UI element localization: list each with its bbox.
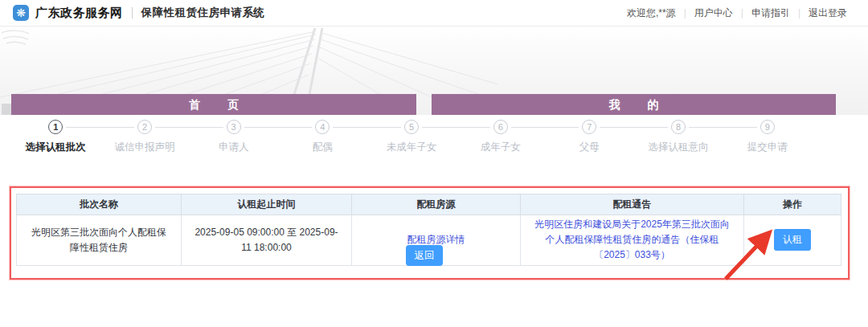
step-7-parents: 7 父母 xyxy=(545,120,634,154)
step-3-applicant: 3 申请人 xyxy=(189,120,278,154)
step-3-label: 申请人 xyxy=(189,141,278,154)
step-8-circle: 8 xyxy=(671,120,686,134)
step-1-select-batch: 1 选择认租批次 xyxy=(11,120,100,154)
step-2-circle: 2 xyxy=(137,120,152,134)
notice-link[interactable]: 光明区住房和建设局关于2025年第三批次面向个人配租保障性租赁住房的通告（住保租… xyxy=(534,219,730,260)
step-7-label: 父母 xyxy=(545,141,634,154)
step-6-circle: 6 xyxy=(493,120,508,134)
welcome-user: 欢迎您,**源 xyxy=(619,6,684,20)
cell-batch-name: 光明区第三批次面向个人配租保障性租赁住房 xyxy=(17,215,182,266)
step-4-circle: 4 xyxy=(315,120,330,134)
cell-action: 认租 xyxy=(744,215,841,266)
step-5-circle: 5 xyxy=(404,120,419,134)
house-detail-link[interactable]: 配租房源详情 xyxy=(407,234,465,245)
back-button[interactable]: 返回 xyxy=(406,245,443,266)
site-brand: 广东政务服务网 xyxy=(35,6,123,21)
cell-time-range: 2025-09-05 09:00:00 至 2025-09-11 18:00:0… xyxy=(182,215,352,266)
apply-guide-link[interactable]: 申请指引 xyxy=(743,6,798,20)
user-center-link[interactable]: 用户中心 xyxy=(686,6,741,20)
col-batch-name: 批次名称 xyxy=(17,194,182,215)
brand-group: ❋ 广东政务服务网 保障性租赁住房申请系统 xyxy=(13,5,265,21)
step-9-label: 提交申请 xyxy=(723,141,812,154)
step-6-adult-children: 6 成年子女 xyxy=(456,120,545,154)
step-4-spouse: 4 配偶 xyxy=(278,120,367,154)
step-8-rent-intention: 8 选择认租意向 xyxy=(634,120,723,154)
col-house-source: 配租房源 xyxy=(352,194,521,215)
step-6-label: 成年子女 xyxy=(456,141,545,154)
system-title: 保障性租赁住房申请系统 xyxy=(141,6,265,20)
step-1-label: 选择认租批次 xyxy=(11,141,100,154)
gov-flower-icon: ❋ xyxy=(13,5,29,21)
col-action: 操作 xyxy=(744,194,841,215)
step-8-label: 选择认租意向 xyxy=(634,141,723,154)
tab-home[interactable]: 首 页 xyxy=(11,94,416,115)
user-links: 欢迎您,**源 | 用户中心 | 申请指引 | 退出登录 xyxy=(619,6,855,20)
top-header-bar: ❋ 广东政务服务网 保障性租赁住房申请系统 欢迎您,**源 | 用户中心 | 申… xyxy=(0,0,868,27)
step-9-submit: 9 提交申请 xyxy=(723,120,812,154)
brand-divider xyxy=(132,7,133,18)
col-time-range: 认租起止时间 xyxy=(182,194,352,215)
tab-mine[interactable]: 我 的 xyxy=(432,94,836,115)
confirm-rent-button[interactable]: 认租 xyxy=(774,229,811,251)
step-1-circle: 1 xyxy=(48,120,63,134)
step-2-integrity-declaration: 2 诚信申报声明 xyxy=(100,120,190,154)
application-stepper: 1 选择认租批次 2 诚信申报声明 3 申请人 4 配偶 5 未成年子女 6 成… xyxy=(11,120,812,154)
logout-link[interactable]: 退出登录 xyxy=(800,6,855,20)
step-5-minor-children: 5 未成年子女 xyxy=(367,120,457,154)
step-3-circle: 3 xyxy=(227,120,241,134)
step-2-label: 诚信申报声明 xyxy=(100,141,190,154)
step-5-label: 未成年子女 xyxy=(367,141,457,154)
step-4-label: 配偶 xyxy=(278,141,367,154)
col-notice: 配租通告 xyxy=(521,194,744,215)
step-7-circle: 7 xyxy=(582,120,596,134)
table-header-row: 批次名称 认租起止时间 配租房源 配租通告 操作 xyxy=(17,194,841,215)
banner-right-fragment xyxy=(0,27,31,47)
cell-notice: 光明区住房和建设局关于2025年第三批次面向个人配租保障性租赁住房的通告（住保租… xyxy=(521,215,744,266)
step-9-circle: 9 xyxy=(760,120,775,134)
